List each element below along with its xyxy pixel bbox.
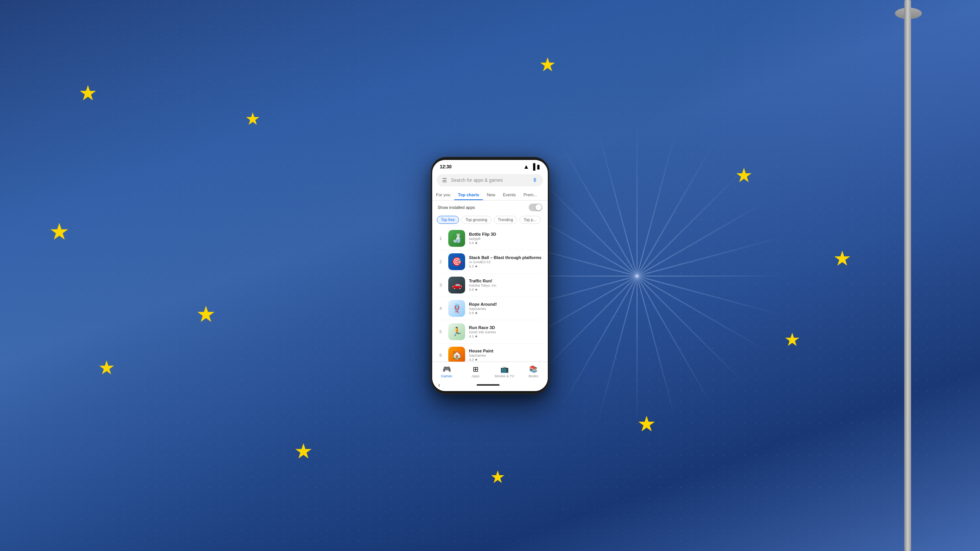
search-bar[interactable]: ☰ Search for apps & games 🎙 <box>437 174 543 186</box>
app-list-item[interactable]: 1🍶Bottle Flip 3Dtastypill3.9 ★ <box>437 227 543 250</box>
app-rating: 4.1 ★ <box>469 334 543 338</box>
eu-star: ★ <box>833 248 851 269</box>
eu-star: ★ <box>196 303 216 325</box>
app-developer: SayGames <box>469 354 543 357</box>
nav-apps-label: Apps <box>472 374 480 378</box>
app-list: 1🍶Bottle Flip 3Dtastypill3.9 ★2🎯Stack Ba… <box>432 227 548 362</box>
eu-star: ★ <box>490 468 505 486</box>
app-name: Rope Around! <box>469 302 543 306</box>
eu-star: ★ <box>784 331 800 349</box>
app-developer: tastypill <box>469 237 543 241</box>
toggle-knob <box>536 204 542 210</box>
app-list-item[interactable]: 6🏠House PaintSayGames4.3 ★ <box>437 344 543 362</box>
nav-apps[interactable]: ⊞ Apps <box>461 365 490 378</box>
eu-star: ★ <box>637 413 656 435</box>
eu-star: ★ <box>49 220 70 243</box>
app-rating: 3.9 ★ <box>469 288 543 292</box>
app-icon: 🎯 <box>448 253 465 270</box>
search-placeholder: Search for apps & games <box>451 178 532 183</box>
rating-value: 4.2 <box>469 264 474 268</box>
home-gesture-pill[interactable] <box>477 384 500 386</box>
app-list-item[interactable]: 2🎯Stack Ball – Blast through platformsAI… <box>437 250 543 274</box>
app-rank: 3 <box>437 283 444 287</box>
rating-value: 3.9 <box>469 288 474 292</box>
star-icon: ★ <box>475 358 478 362</box>
rating-value: 3.9 <box>469 241 474 245</box>
status-time: 12:30 <box>440 164 452 170</box>
eu-star: ★ <box>735 165 753 185</box>
gesture-bar: ‹ <box>432 380 548 391</box>
app-icon: 🏃 <box>448 323 465 340</box>
tab-events[interactable]: Events <box>499 189 520 200</box>
app-name: Bottle Flip 3D <box>469 232 543 236</box>
books-icon: 📚 <box>529 365 537 373</box>
wifi-icon: ▲ <box>523 163 529 170</box>
signal-icon: ▐ <box>531 163 535 170</box>
eu-star: ★ <box>98 358 115 377</box>
phone-device: 12:30 ▲ ▐ ▮ ☰ Search for apps & games 🎙 … <box>431 157 549 394</box>
app-info: Stack Ball – Blast through platformsAI G… <box>469 255 543 268</box>
app-rating: 4.3 ★ <box>469 358 543 362</box>
status-bar: 12:30 ▲ ▐ ▮ <box>432 160 548 172</box>
app-name: Run Race 3D <box>469 325 543 330</box>
app-rank: 5 <box>437 329 444 334</box>
battery-icon: ▮ <box>537 163 540 170</box>
eu-star: ★ <box>78 83 97 104</box>
tabs-bar: For you Top charts New Events Prem... <box>432 189 548 201</box>
movies-icon: 📺 <box>500 365 509 373</box>
phone-screen: 12:30 ▲ ▐ ▮ ☰ Search for apps & games 🎙 … <box>432 160 548 391</box>
app-list-item[interactable]: 5🏃Run Race 3DGood Job Games4.1 ★ <box>437 320 543 344</box>
phone-wrapper: 12:30 ▲ ▐ ▮ ☰ Search for apps & games 🎙 … <box>431 157 549 394</box>
app-list-item[interactable]: 4🪢Rope Around!SayGames3.9 ★ <box>437 297 543 320</box>
app-rating: 3.9 ★ <box>469 241 543 245</box>
status-icons: ▲ ▐ ▮ <box>523 163 540 170</box>
star-icon: ★ <box>475 264 478 268</box>
app-name: Stack Ball – Blast through platforms <box>469 255 543 260</box>
rating-value: 4.3 <box>469 358 474 362</box>
app-info: House PaintSayGames4.3 ★ <box>469 349 543 362</box>
filter-chips: Top free Top grossing Trending Top p... <box>432 214 548 227</box>
app-rank: 6 <box>437 353 444 357</box>
installed-apps-toggle[interactable] <box>529 204 542 211</box>
nav-books[interactable]: 📚 Books <box>519 365 548 378</box>
app-icon: 🪢 <box>448 300 465 317</box>
star-icon: ★ <box>475 241 478 245</box>
tab-premium[interactable]: Prem... <box>519 189 541 200</box>
app-rank: 1 <box>437 236 444 241</box>
star-icon: ★ <box>475 334 478 338</box>
bottom-nav: 🎮 Games ⊞ Apps 📺 Movies & TV 📚 Books <box>432 362 548 380</box>
app-developer: AI GAMES FZ <box>469 260 543 264</box>
app-developer: Geisha Tokyo, Inc. <box>469 284 543 287</box>
tab-new[interactable]: New <box>483 189 499 200</box>
apps-icon: ⊞ <box>473 365 479 373</box>
chip-top-grossing[interactable]: Top grossing <box>461 216 492 224</box>
nav-movies[interactable]: 📺 Movies & TV <box>490 365 519 378</box>
chip-top-free[interactable]: Top free <box>437 216 459 224</box>
app-developer: SayGames <box>469 307 543 311</box>
app-rating: 4.2 ★ <box>469 264 543 268</box>
mic-icon[interactable]: 🎙 <box>532 177 538 183</box>
chip-trending[interactable]: Trending <box>494 216 517 224</box>
star-icon: ★ <box>475 288 478 292</box>
app-info: Traffic Run!Geisha Tokyo, Inc.3.9 ★ <box>469 279 543 292</box>
back-button[interactable]: ‹ <box>438 382 440 388</box>
chip-top-paid[interactable]: Top p... <box>519 216 541 224</box>
app-developer: Good Job Games <box>469 330 543 334</box>
app-icon: 🚗 <box>448 277 465 293</box>
games-icon: 🎮 <box>443 365 451 373</box>
app-info: Run Race 3DGood Job Games4.1 ★ <box>469 325 543 338</box>
eu-star: ★ <box>294 441 313 462</box>
star-icon: ★ <box>475 311 478 315</box>
app-icon: 🍶 <box>448 230 465 247</box>
eu-star: ★ <box>245 110 260 127</box>
tab-for-you[interactable]: For you <box>432 189 454 200</box>
menu-icon: ☰ <box>442 177 447 183</box>
nav-games-label: Games <box>441 374 452 378</box>
rating-value: 3.9 <box>469 311 474 315</box>
app-icon: 🏠 <box>448 347 465 362</box>
flag-pole <box>904 0 911 551</box>
app-info: Rope Around!SayGames3.9 ★ <box>469 302 543 315</box>
app-list-item[interactable]: 3🚗Traffic Run!Geisha Tokyo, Inc.3.9 ★ <box>437 274 543 297</box>
nav-games[interactable]: 🎮 Games <box>432 365 461 378</box>
tab-top-charts[interactable]: Top charts <box>454 189 483 200</box>
